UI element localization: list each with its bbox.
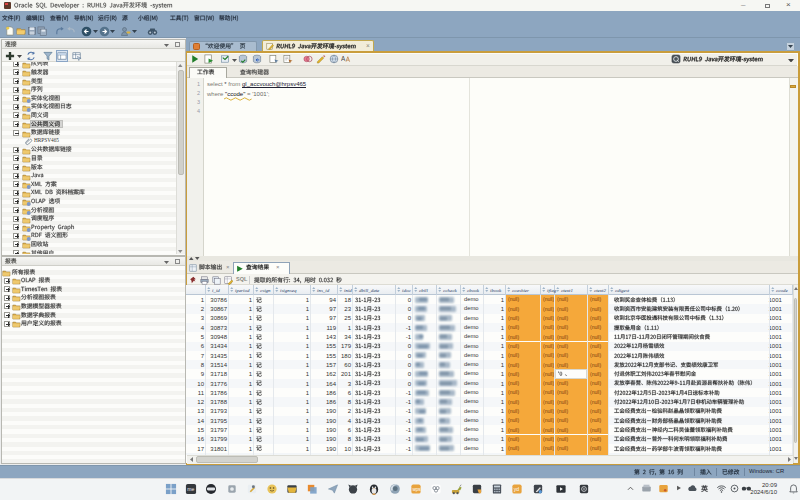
svg-text:A: A xyxy=(341,55,346,62)
svg-text:me: me xyxy=(187,486,194,492)
svg-text:yd: yd xyxy=(514,486,520,492)
svg-text:wps: wps xyxy=(412,487,421,492)
